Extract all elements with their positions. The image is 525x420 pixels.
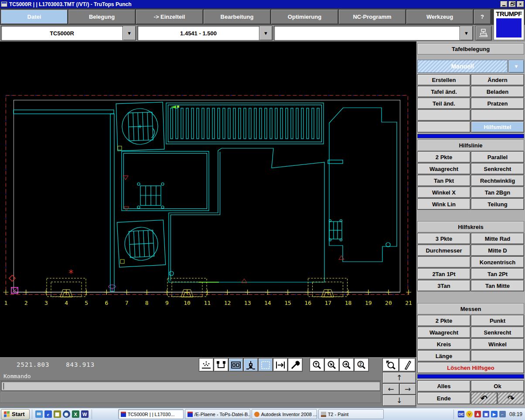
mode-select[interactable]: Manuell <box>417 60 508 73</box>
player-icon[interactable]: ▶ <box>491 411 498 417</box>
agent-icon[interactable]: ♟ <box>474 411 481 417</box>
pan-down-button[interactable]: ↓ <box>382 395 416 406</box>
circle-durchmesser-button[interactable]: Durchmesser <box>417 245 470 256</box>
tafel-aend-button[interactable]: Tafel änd. <box>417 86 470 97</box>
antivirus-icon[interactable]: V <box>466 411 473 417</box>
ende-button[interactable]: Ende <box>417 392 470 404</box>
circle-3tan-button[interactable]: 3Tan <box>417 280 470 291</box>
measure-waagrecht-button[interactable]: Waagrecht <box>417 327 470 338</box>
program-select[interactable]: ▼ <box>274 26 473 41</box>
cad-canvas[interactable]: * 123456789101112131415161718192021 <box>0 41 416 357</box>
line-senkrecht-button[interactable]: Senkrecht <box>471 163 524 174</box>
punch-head-icon[interactable] <box>243 358 258 372</box>
circle-konzentrisch-button[interactable]: Konzentrisch <box>471 256 524 268</box>
network-icon[interactable]: ⌐ <box>499 411 506 417</box>
circle-mitte-rad-button[interactable]: Mitte Rad <box>471 233 524 244</box>
task-toPs-datei[interactable]: /E-Plaene - ToPs-Datei-B... <box>185 409 250 419</box>
chevron-down-icon[interactable]: ▼ <box>123 26 136 40</box>
pratzen-button[interactable]: Pratzen <box>471 98 524 109</box>
svg-text:2: 2 <box>359 362 362 367</box>
teil-aend-button[interactable]: Teil änd. <box>417 98 470 109</box>
task-inventor[interactable]: Autodesk Inventor 2008 ... <box>252 409 317 419</box>
line-waagrecht-button[interactable]: Waagrecht <box>417 163 470 174</box>
pan-right-button[interactable]: → <box>399 383 416 395</box>
line-winkel-x-button[interactable]: Winkel X <box>417 187 470 198</box>
notes-icon[interactable]: ▦ <box>54 410 61 418</box>
circle-mitte-d-button[interactable]: Mitte D <box>471 245 524 256</box>
circle-tan-mitte-button[interactable]: Tan Mitte <box>471 280 524 291</box>
measure-senkrecht-button[interactable]: Senkrecht <box>471 327 524 338</box>
measure-punkt-button[interactable]: Punkt <box>471 315 524 326</box>
outlook-icon[interactable]: ✉ <box>35 410 43 418</box>
line-2pkte-button[interactable]: 2 Pkte <box>417 151 470 163</box>
redo-button[interactable]: ↷ <box>498 392 524 404</box>
minimize-icon <box>502 5 505 6</box>
command-input[interactable] <box>1 381 380 391</box>
tab-bearbeitung[interactable]: Bearbeitung <box>204 10 270 24</box>
command-label: Kommando <box>3 373 31 379</box>
zoom-window-icon[interactable] <box>324 358 339 372</box>
task-trutops[interactable]: TC5000R | | L17030... <box>118 409 184 419</box>
tab-optimierung[interactable]: Optimierung <box>271 10 338 24</box>
zoom-half-icon[interactable]: 2 <box>354 358 369 372</box>
measure-2pkte-button[interactable]: 2 Pkte <box>417 315 470 326</box>
minimize-button[interactable] <box>500 1 508 7</box>
internet-explorer-icon[interactable]: e <box>44 410 52 418</box>
tab-datei[interactable]: Datei <box>1 10 68 24</box>
circle-3pkte-button[interactable]: 3 Pkte <box>417 233 470 244</box>
tab-einzelteil[interactable]: -> Einzelteil <box>136 10 203 24</box>
nesting-drawing[interactable]: * 123456789101112131415161718192021 <box>0 41 416 357</box>
zoom-previous-icon[interactable] <box>339 358 354 372</box>
tab-nc-programm[interactable]: NC-Programm <box>339 10 406 24</box>
tab-belegung[interactable]: Belegung <box>68 10 135 24</box>
ok-button[interactable]: Ok <box>471 380 524 392</box>
circle-2tan-1pt-button[interactable]: 2Tan 1Pt <box>417 268 470 280</box>
line-tan-2bgn-button[interactable]: Tan 2Bgn <box>471 187 524 198</box>
line-teilung-button[interactable]: Teilung <box>471 198 524 210</box>
selection-frame-icon[interactable] <box>258 358 273 372</box>
pan-up-button[interactable]: ↑ <box>382 372 416 383</box>
machine-select[interactable]: TC5000R ▼ <box>1 26 136 41</box>
erstellen-button[interactable]: Erstellen <box>417 74 470 85</box>
clamp-position-icon[interactable] <box>214 358 228 372</box>
zoom-pan-icon[interactable] <box>382 358 399 372</box>
draw-icon[interactable] <box>399 358 416 372</box>
measure-winkel-button[interactable]: Winkel <box>471 338 524 350</box>
line-rechtwinklig-button[interactable]: Rechtwinklig <box>471 175 524 186</box>
task-paint[interactable]: T2 - Paint <box>318 409 384 419</box>
help-button[interactable]: ? <box>474 10 491 24</box>
restore-button[interactable] <box>508 1 516 7</box>
measure-kreis-button[interactable]: Kreis <box>417 338 470 350</box>
measure-laenge-button[interactable]: Länge <box>417 350 470 362</box>
display-settings-icon[interactable]: ▣ <box>483 411 489 417</box>
start-button[interactable]: Start <box>1 409 30 420</box>
language-indicator[interactable]: DE <box>458 411 464 417</box>
chevron-down-icon[interactable]: ▼ <box>460 26 473 40</box>
punch-machine-icon[interactable] <box>475 26 492 41</box>
sheet-parts-icon[interactable] <box>228 358 243 372</box>
hilfsmittel-button[interactable]: Hilfsmittel <box>471 121 524 133</box>
aendern-button[interactable]: Ändern <box>471 74 524 85</box>
media-player-icon[interactable]: ◉ <box>63 410 70 418</box>
line-parallel-button[interactable]: Parallel <box>471 151 524 163</box>
loeschen-hilfsgeo-button[interactable]: Löschen Hilfsgeo <box>417 362 524 373</box>
chevron-down-icon[interactable]: ▼ <box>259 26 272 40</box>
beladen-button[interactable]: Beladen <box>471 86 524 97</box>
chevron-down-icon[interactable]: ▼ <box>508 60 524 73</box>
setup-tools-icon[interactable] <box>288 358 303 372</box>
line-wink-lin-button[interactable]: Wink Lin <box>417 198 470 210</box>
close-button[interactable]: × <box>517 1 524 7</box>
excel-icon[interactable]: X <box>72 410 79 418</box>
line-tan-pkt-button[interactable]: Tan Pkt <box>417 175 470 186</box>
sheet-support-icon[interactable] <box>199 358 214 372</box>
circle-tan-2pt-button[interactable]: Tan 2Pt <box>471 268 524 280</box>
undo-button[interactable]: ↶ <box>471 392 498 404</box>
word-icon[interactable]: W <box>81 410 89 418</box>
alles-button[interactable]: Alles <box>417 380 470 392</box>
pan-left-button[interactable]: ← <box>382 383 399 395</box>
zoom-tool-icon[interactable] <box>310 358 324 372</box>
tab-werkzeug[interactable]: Werkzeug <box>406 10 473 24</box>
svg-text:9: 9 <box>165 300 169 306</box>
material-select[interactable]: 1.4541 - 1.500 ▼ <box>137 26 273 41</box>
move-to-edge-icon[interactable] <box>273 358 288 372</box>
